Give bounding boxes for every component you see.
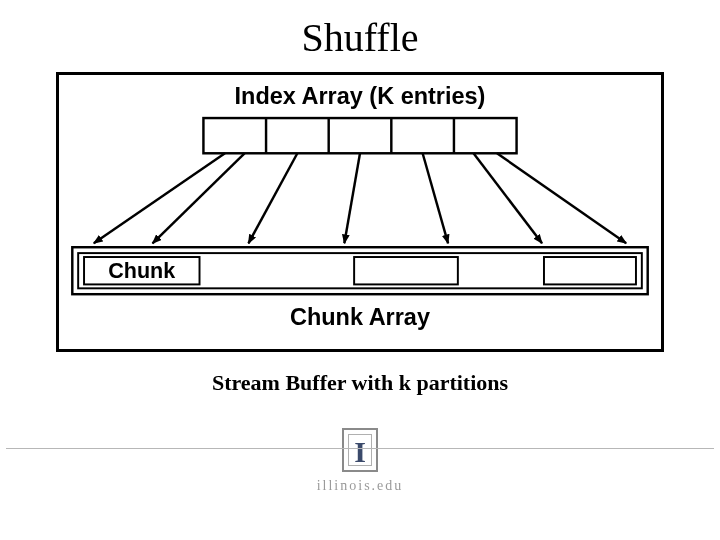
index-array-label: Index Array (K entries) (235, 83, 486, 109)
diagram-svg: Index Array (K entries) (59, 75, 661, 349)
svg-line-9 (344, 153, 360, 243)
diagram-frame: Index Array (K entries) (56, 72, 664, 352)
footer-text: illinois.edu (0, 478, 720, 494)
caption: Stream Buffer with k partitions (0, 370, 720, 396)
slide-title: Shuffle (0, 0, 720, 61)
illinois-logo-icon: I (342, 428, 378, 472)
svg-rect-17 (544, 257, 636, 284)
chunk-array-label: Chunk Array (290, 305, 430, 331)
logo: I (0, 428, 720, 476)
slide: Shuffle Index Array (K entries) (0, 0, 720, 540)
footer-rule (6, 448, 714, 449)
svg-rect-16 (354, 257, 458, 284)
svg-line-11 (474, 153, 543, 243)
svg-line-6 (94, 153, 225, 243)
svg-line-8 (248, 153, 297, 243)
index-array (203, 118, 516, 153)
svg-line-7 (153, 153, 245, 243)
svg-line-12 (497, 153, 626, 243)
arrows (94, 153, 626, 243)
svg-rect-1 (203, 118, 516, 153)
logo-letter: I (344, 430, 376, 474)
chunk-label: Chunk (108, 259, 175, 283)
svg-line-10 (423, 153, 448, 243)
